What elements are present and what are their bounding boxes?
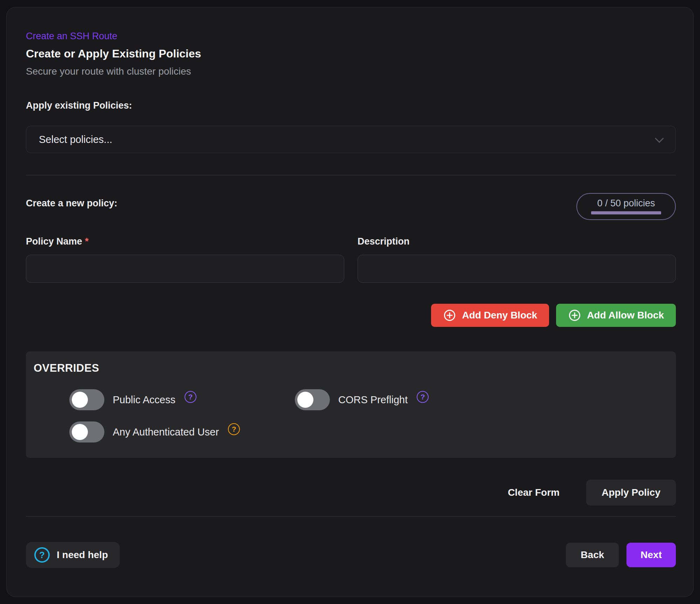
any-authenticated-user-label: Any Authenticated User — [113, 426, 219, 438]
policy-counter-bar — [591, 211, 661, 214]
help-circle-icon: ? — [34, 547, 50, 563]
help-circle-icon[interactable]: ? — [417, 391, 429, 403]
policy-counter-badge: 0 / 50 policies — [576, 193, 676, 220]
description-field-group: Description — [358, 236, 676, 283]
public-access-toggle[interactable] — [69, 389, 104, 410]
overrides-panel: OVERRIDES Public Access ? CORS Preflight… — [26, 351, 676, 458]
add-allow-block-button[interactable]: Add Allow Block — [556, 304, 676, 327]
wizard-step-eyebrow: Create an SSH Route — [26, 30, 676, 42]
wizard-footer: ? I need help Back Next — [26, 542, 676, 568]
public-access-toggle-row: Public Access ? — [69, 389, 295, 410]
plus-circle-icon — [568, 309, 581, 322]
apply-existing-label: Apply existing Policies: — [26, 100, 676, 111]
apply-policy-button[interactable]: Apply Policy — [586, 480, 676, 506]
create-policy-label: Create a new policy: — [26, 198, 117, 209]
chevron-down-icon — [655, 134, 664, 143]
toggle-knob — [297, 392, 313, 408]
block-buttons-row: Add Deny Block Add Allow Block — [26, 304, 676, 327]
footer-nav-buttons: Back Next — [566, 543, 676, 567]
any-authenticated-user-toggle[interactable] — [69, 421, 104, 442]
cors-preflight-toggle[interactable] — [295, 389, 330, 410]
need-help-button[interactable]: ? I need help — [26, 542, 120, 568]
plus-circle-icon — [443, 309, 456, 322]
section-divider — [26, 175, 676, 176]
add-deny-block-label: Add Deny Block — [462, 310, 537, 321]
public-access-label: Public Access — [113, 394, 175, 406]
cors-preflight-label: CORS Preflight — [338, 394, 408, 406]
page-subtitle: Secure your route with cluster policies — [26, 66, 676, 77]
need-help-label: I need help — [57, 549, 108, 561]
add-allow-block-label: Add Allow Block — [587, 310, 664, 321]
required-asterisk: * — [85, 236, 89, 247]
policy-name-input[interactable] — [26, 255, 344, 283]
form-actions-row: Clear Form Apply Policy — [26, 480, 676, 506]
policies-select[interactable]: Select policies... — [26, 126, 676, 153]
policy-counter-text: 0 / 50 policies — [597, 198, 655, 209]
toggle-knob — [72, 424, 88, 440]
policy-fields-row: Policy Name* Description — [26, 236, 676, 283]
back-button[interactable]: Back — [566, 543, 619, 567]
help-circle-icon[interactable]: ? — [185, 391, 196, 403]
any-authenticated-user-toggle-row: Any Authenticated User ? — [69, 421, 295, 442]
next-button[interactable]: Next — [626, 543, 676, 567]
description-label: Description — [358, 236, 676, 247]
overrides-toggle-grid: Public Access ? CORS Preflight ? Any Aut… — [69, 389, 667, 442]
toggle-knob — [72, 392, 88, 408]
wizard-card: Create an SSH Route Create or Apply Exis… — [6, 7, 694, 597]
policy-name-label-text: Policy Name — [26, 236, 82, 247]
page-title: Create or Apply Existing Policies — [26, 47, 676, 60]
overrides-title: OVERRIDES — [34, 362, 667, 375]
cors-preflight-toggle-row: CORS Preflight ? — [295, 389, 429, 410]
policy-name-label: Policy Name* — [26, 236, 344, 247]
create-policy-header-row: Create a new policy: 0 / 50 policies — [26, 193, 676, 220]
policies-select-placeholder: Select policies... — [39, 134, 655, 145]
description-input[interactable] — [358, 255, 676, 283]
footer-divider — [26, 516, 676, 517]
add-deny-block-button[interactable]: Add Deny Block — [431, 304, 549, 327]
policy-name-field-group: Policy Name* — [26, 236, 344, 283]
help-circle-icon[interactable]: ? — [228, 423, 240, 435]
clear-form-button[interactable]: Clear Form — [508, 487, 560, 498]
